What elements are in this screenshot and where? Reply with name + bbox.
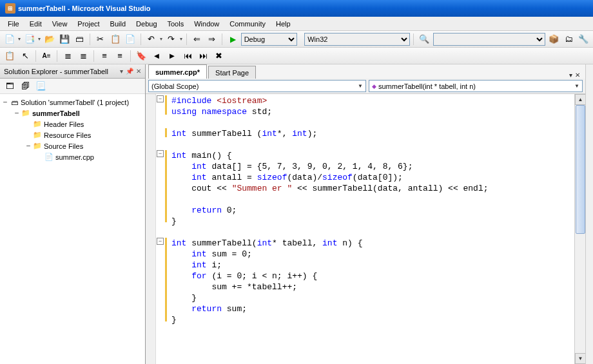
change-margin [165,94,168,364]
menu-project[interactable]: Project [72,19,104,29]
solution-explorer-toolbar: 🗔 🗐 📃 [0,79,145,94]
tab-start-page[interactable]: Start Page [208,66,256,79]
scroll-down-icon[interactable]: ▼ [575,353,585,364]
main-toolbar: 📄▾ 📑▾ 📂 💾 🗃 ✂ 📋 📄 ↶▾ ↷▾ ⇐ ⇒ ▶ Debug Win3… [0,31,593,48]
menu-window[interactable]: Window [189,19,224,29]
show-all-button[interactable]: 🗐 [18,79,32,93]
config-select[interactable]: Debug [241,33,297,46]
cursor-icon[interactable]: ↖ [18,49,32,63]
pin-icon[interactable]: 📌 [126,68,133,75]
indent-decrease-button[interactable]: ≣ [61,49,75,63]
bookmark-prev-button[interactable]: ◄ [150,49,164,63]
separator [141,34,141,45]
obj-list-button[interactable]: 📋 [3,49,17,63]
menu-file[interactable]: File [3,19,24,29]
comment-button[interactable]: ≡ [97,49,112,63]
save-all-button[interactable]: 🗃 [73,32,86,46]
display-selection-button[interactable]: A≡ [39,49,53,63]
dropdown-arrow-icon[interactable]: ▾ [37,32,41,46]
open-button[interactable]: 📂 [43,32,56,46]
find-button[interactable]: 🔍 [417,32,431,46]
uncomment-button[interactable]: ≡ [113,49,127,63]
expand-icon[interactable]: − [1,98,9,106]
code-editor[interactable]: #include <iostream> using namespace std;… [168,94,574,364]
nav-back-button[interactable]: ⇐ [190,32,204,46]
tab-summer-cpp[interactable]: summer.cpp* [148,64,207,79]
bookmark-toggle-button[interactable]: 🔖 [134,49,148,63]
editor-gutter [146,94,156,364]
folder-node-resource[interactable]: 📁 Resource Files [1,129,144,140]
file-node-summer[interactable]: 📄 summer.cpp [1,151,144,162]
redo-button[interactable]: ↷ [164,32,178,46]
project-icon: 📁 [21,109,31,118]
cut-button[interactable]: ✂ [93,32,107,46]
properties-button[interactable]: 🗂 [561,32,575,46]
dropdown-arrow-icon: ▼ [358,83,363,89]
scroll-up-icon[interactable]: ▲ [575,94,585,105]
dropdown-arrow-icon[interactable]: ▾ [159,32,163,46]
menu-tools[interactable]: Tools [162,19,190,29]
folder-node-source[interactable]: − 📁 Source Files [1,140,144,151]
dropdown-arrow-icon[interactable]: ▾ [17,32,21,46]
platform-select[interactable]: Win32 [304,33,410,46]
toolbox-button[interactable]: 📦 [547,32,560,46]
menu-help[interactable]: Help [271,19,296,29]
dropdown-icon[interactable]: ▾ [120,68,123,75]
separator [222,34,222,45]
right-docked-strip[interactable] [585,64,593,364]
undo-button[interactable]: ↶ [144,32,158,46]
editor-tab-row: summer.cpp* Start Page ▾ ✕ [146,64,585,79]
project-node[interactable]: − 📁 summerTabell [1,108,144,119]
new-project-button[interactable]: 📄 [3,32,16,46]
tab-dropdown-icon[interactable]: ▾ [569,72,572,79]
solution-label: Solution 'summerTabell' (1 project) [21,99,129,106]
object-browser-button[interactable]: 🔧 [577,32,590,46]
solution-explorer-title: Solution Explorer - summerTabell ▾ 📌 ✕ [0,64,145,79]
collapse-icon[interactable]: − [157,95,164,102]
collapse-icon[interactable]: − [157,238,164,245]
menu-build[interactable]: Build [105,19,131,29]
folder-node-header[interactable]: 📁 Header Files [1,119,144,129]
find-select[interactable] [433,33,545,46]
separator [35,50,36,62]
menu-debug[interactable]: Debug [131,19,162,29]
solution-explorer-panel: Solution Explorer - summerTabell ▾ 📌 ✕ 🗔… [0,64,146,364]
vertical-scrollbar[interactable]: ▲ ▼ [574,94,585,364]
solution-tree[interactable]: − 🗃 Solution 'summerTabell' (1 project) … [0,94,145,364]
bookmark-next-button[interactable]: ► [165,49,179,63]
folder-icon: 📁 [32,120,43,129]
collapse-icon[interactable]: − [157,150,164,157]
nav-forward-button[interactable]: ⇒ [205,32,219,46]
start-debug-button[interactable]: ▶ [226,32,239,46]
indent-increase-button[interactable]: ≣ [76,49,90,63]
bookmark-next-folder-button[interactable]: ⏭ [196,49,210,63]
menu-community[interactable]: Community [224,19,271,29]
properties-button[interactable]: 🗔 [3,79,17,93]
separator [413,34,414,45]
scope-select-right[interactable]: ◆ summerTabell(int * tabell, int n) ▼ [369,80,583,92]
folder-icon: 📁 [32,142,43,151]
separator [186,34,187,45]
tab-close-icon[interactable]: ✕ [575,72,580,79]
copy-button[interactable]: 📋 [108,32,122,46]
window-title: summerTabell - Microsoft Visual Studio [18,5,151,12]
paste-button[interactable]: 📄 [124,32,137,46]
menu-edit[interactable]: Edit [24,19,47,29]
expand-icon[interactable]: − [13,109,21,117]
save-button[interactable]: 💾 [57,32,71,46]
scrollbar-thumb[interactable] [576,105,585,234]
view-code-button[interactable]: 📃 [34,79,48,93]
scope-select-left[interactable]: (Global Scope) ▼ [148,80,366,92]
bookmark-clear-button[interactable]: ✖ [211,49,226,63]
solution-node[interactable]: − 🗃 Solution 'summerTabell' (1 project) [1,97,144,108]
close-icon[interactable]: ✕ [136,68,141,75]
dropdown-arrow-icon[interactable]: ▾ [179,32,183,46]
expand-icon[interactable]: − [24,142,32,150]
folder-label: Resource Files [44,131,91,139]
menu-view[interactable]: View [47,19,73,29]
add-item-button[interactable]: 📑 [23,32,36,46]
code-editor-area: summer.cpp* Start Page ▾ ✕ (Global Scope… [146,64,585,364]
cpp-file-icon: 📄 [44,153,54,162]
bookmark-prev-folder-button[interactable]: ⏮ [180,49,195,63]
separator [57,50,57,62]
